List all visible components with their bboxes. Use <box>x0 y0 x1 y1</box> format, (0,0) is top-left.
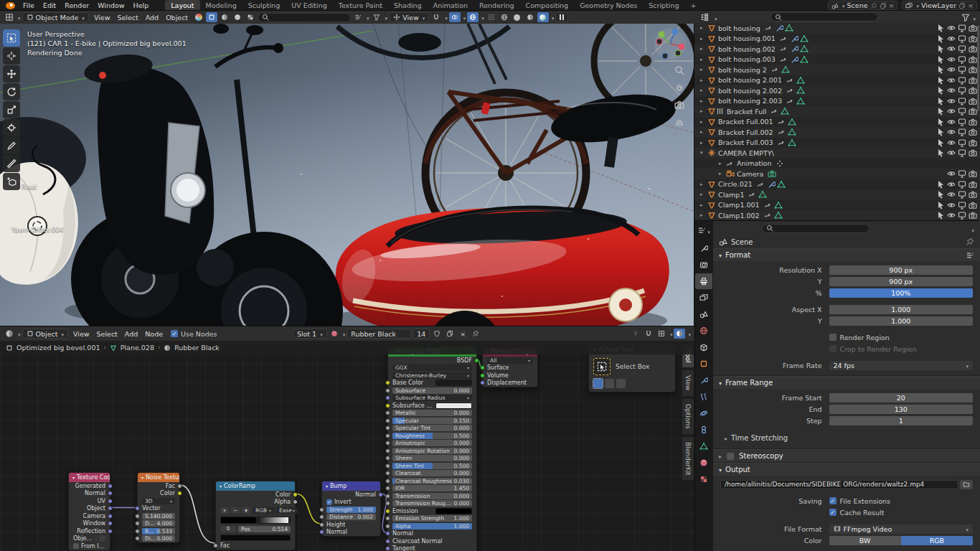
shader-menu-item[interactable]: View <box>70 330 93 338</box>
zoom-view-icon[interactable] <box>674 65 684 75</box>
viewport-tool-button[interactable] <box>3 155 20 172</box>
properties-tab[interactable] <box>695 240 712 256</box>
fake-user-icon[interactable] <box>431 329 443 339</box>
input-socket[interactable] <box>319 522 324 527</box>
paint-ball-icon[interactable] <box>232 12 243 22</box>
sidebar-tab[interactable]: BlenderKit <box>682 436 694 481</box>
viewport-tool-button[interactable] <box>3 173 20 190</box>
node-row-emission[interactable]: Emission <box>388 507 476 515</box>
node-bump[interactable]: ▾BumpNormalInvertStrength1.000Distance0.… <box>321 481 381 537</box>
disable-render-toggle-icon[interactable] <box>969 211 977 220</box>
selectable-toggle-icon[interactable] <box>936 149 945 157</box>
input-socket[interactable] <box>385 403 390 408</box>
disable-render-toggle-icon[interactable] <box>969 138 977 147</box>
node-row-base-color[interactable]: Base Color <box>388 380 476 387</box>
menubar-item[interactable]: Window <box>93 1 128 9</box>
render-region-checkbox[interactable] <box>829 334 837 341</box>
input-socket[interactable] <box>319 529 324 534</box>
camera-view-icon[interactable] <box>674 100 684 110</box>
hide-viewport-toggle-icon[interactable] <box>947 107 956 116</box>
output-socket[interactable] <box>293 492 298 497</box>
node-row-christensen-burley[interactable]: Christensen-Burley▾ <box>388 372 476 380</box>
viewport-tool-button[interactable] <box>3 119 20 136</box>
expand-arrow-icon[interactable]: ▸ <box>700 108 707 114</box>
output-socket[interactable] <box>108 484 113 489</box>
input-socket[interactable] <box>135 521 140 526</box>
shading-solid-icon[interactable] <box>512 12 523 22</box>
outliner-search-input[interactable] <box>771 12 878 22</box>
shader-type-selector[interactable]: Object <box>22 329 68 339</box>
input-socket[interactable] <box>480 373 485 378</box>
stereoscopy-checkbox[interactable] <box>727 453 734 460</box>
snap-icon[interactable] <box>430 12 442 22</box>
workspace-tab[interactable]: Compositing <box>520 0 575 11</box>
selectable-toggle-icon[interactable] <box>936 65 945 74</box>
output-socket[interactable] <box>108 529 113 534</box>
frame-start-field[interactable]: 20 <box>829 393 973 402</box>
menubar-item[interactable]: Help <box>129 1 154 9</box>
properties-tab[interactable] <box>695 422 712 438</box>
breadcrumb-mesh[interactable]: Plane.028 <box>121 344 154 352</box>
hide-viewport-toggle-icon[interactable] <box>947 190 956 199</box>
new-viewlayer-icon[interactable] <box>958 2 966 9</box>
outliner-row[interactable]: ▸ Bracket Full <box>694 106 980 117</box>
hide-viewport-toggle-icon[interactable] <box>947 201 956 209</box>
outliner-row[interactable]: ▸ bolt housing 2 <box>694 65 980 75</box>
expand-arrow-icon[interactable]: ▸ <box>700 88 707 93</box>
node-row-scale[interactable]: Scale140.000 <box>138 512 179 520</box>
expand-arrow-icon[interactable]: ▸ <box>700 25 707 31</box>
properties-tab[interactable] <box>695 290 712 306</box>
use-nodes-checkbox[interactable] <box>171 330 178 337</box>
disable-render-toggle-icon[interactable] <box>969 97 977 105</box>
pan-view-icon[interactable] <box>674 83 684 93</box>
disable-viewport-toggle-icon[interactable] <box>958 138 966 147</box>
disable-viewport-toggle-icon[interactable] <box>958 128 966 136</box>
material-users-button[interactable]: 14 <box>413 329 430 339</box>
breadcrumb-object[interactable]: Optimized big bevel.001 <box>17 344 100 352</box>
disable-viewport-toggle-icon[interactable] <box>958 44 966 53</box>
perspective-toggle-icon[interactable] <box>674 117 684 127</box>
selectable-toggle-icon[interactable] <box>936 201 945 209</box>
node-row-bigswatch[interactable] <box>216 533 295 542</box>
input-socket[interactable] <box>135 536 140 541</box>
input-socket[interactable] <box>385 479 390 484</box>
input-socket[interactable] <box>385 433 390 438</box>
unlink-material-icon[interactable]: × <box>457 329 468 339</box>
node-row-alpha[interactable]: Alpha1.000 <box>388 522 476 530</box>
node-row-tools[interactable]: +−▾RGB▾Ease▾ <box>216 506 295 515</box>
file-format-dropdown[interactable]: FFmpeg Video <box>829 524 973 534</box>
input-socket[interactable] <box>385 524 390 529</box>
expand-arrow-icon[interactable]: ▸ <box>700 77 707 83</box>
selectable-toggle-icon[interactable] <box>936 76 945 85</box>
node-snap-icon[interactable] <box>643 329 654 339</box>
viewport-menu-item[interactable]: Select <box>113 14 141 22</box>
mode-selector[interactable]: Object Mode <box>22 12 89 22</box>
proportional-edit-icon[interactable] <box>449 12 461 22</box>
node-row-subsurface[interactable]: Subsurface0.000 <box>388 387 476 395</box>
mode-transfer-icon[interactable] <box>193 12 204 22</box>
properties-tab[interactable] <box>695 438 712 454</box>
navigation-gizmo[interactable] <box>653 27 687 61</box>
outliner-row[interactable]: ▸ bolt housing 2.001 <box>694 75 980 86</box>
pin-material-icon[interactable] <box>470 329 481 339</box>
expand-arrow-icon[interactable]: ▸ <box>719 171 726 176</box>
selectable-toggle-icon[interactable] <box>936 97 945 105</box>
workspace-tab[interactable]: UV Editing <box>286 0 333 11</box>
hide-viewport-toggle-icon[interactable] <box>947 97 956 105</box>
input-socket[interactable] <box>385 425 390 430</box>
select-set-mode[interactable] <box>593 379 603 388</box>
workspace-tab[interactable]: Sculpting <box>242 0 286 11</box>
editor-type-viewport-icon[interactable] <box>4 12 15 22</box>
outliner-row[interactable]: ▸ bolt housing.001 <box>694 34 980 44</box>
node-row-ior[interactable]: IOR1.450 <box>388 485 476 493</box>
disable-render-toggle-icon[interactable] <box>969 201 977 209</box>
resolution-x-field[interactable]: 900 px <box>829 265 973 275</box>
selectable-toggle-icon[interactable] <box>936 138 945 147</box>
node-preview-icon[interactable] <box>674 329 685 339</box>
presets-icon[interactable] <box>966 251 974 260</box>
node-row-detail[interactable]: Detail4.000 <box>138 520 179 528</box>
node-overlay-icon[interactable] <box>656 329 667 339</box>
crop-render-region-checkbox[interactable] <box>829 345 837 352</box>
node-colorramp[interactable]: ▾ColorRampColorAlpha+−▾RGB▾Ease▾0Pos0.51… <box>215 481 296 550</box>
overlays-icon[interactable] <box>467 12 479 22</box>
